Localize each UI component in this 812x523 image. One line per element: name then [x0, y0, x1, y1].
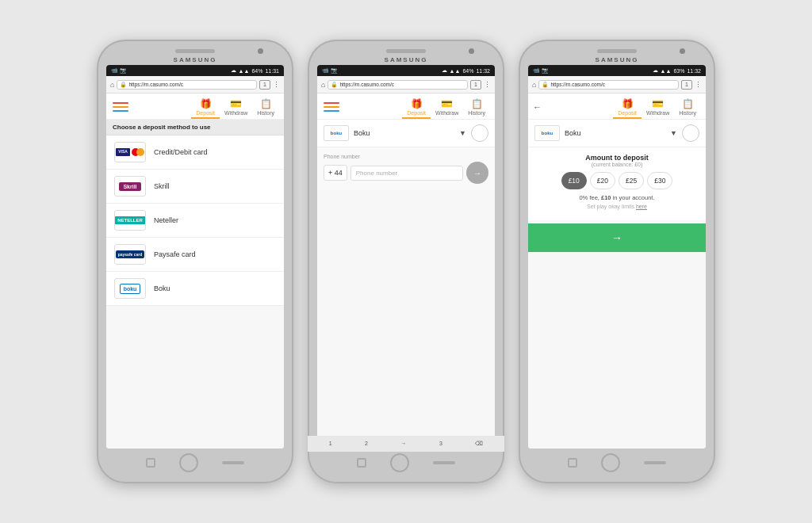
boku-name: Boku	[154, 284, 170, 292]
play-limit-text: Set play okay limits	[587, 204, 636, 209]
amount-btn-20[interactable]: £20	[590, 172, 615, 189]
url-bar-3[interactable]: 🔒 https://m.casumo.com/c	[538, 80, 679, 90]
browser-bar-3: ⌂ 🔒 https://m.casumo.com/c 1 ⋮	[528, 76, 706, 94]
hamburger-icon-1[interactable]	[111, 98, 130, 116]
fee-suffix: in your account.	[611, 194, 655, 201]
nav-deposit-1[interactable]: 🎁 Deposit	[191, 97, 220, 117]
history-icon-1: 📋	[260, 98, 272, 109]
status-left-3: 📹 📷	[533, 67, 549, 74]
history-icon-3: 📋	[682, 98, 694, 109]
screen-3: 📹 📷 ☁ ▲▲ 63% 11:32 ⌂ 🔒 https://m.casumo.…	[528, 65, 706, 449]
withdraw-icon-2: 💳	[441, 98, 453, 109]
home-btn-3[interactable]	[601, 453, 620, 472]
home-icon-3[interactable]: ⌂	[532, 81, 536, 89]
method-skrill[interactable]: Skrill Skrill	[106, 170, 284, 204]
home-icon-2[interactable]: ⌂	[321, 81, 325, 89]
amount-btn-30[interactable]: £30	[647, 172, 672, 189]
kb-arrow[interactable]: →	[400, 441, 406, 447]
nav-withdraw-3[interactable]: 💳 Withdraw	[642, 97, 674, 117]
go-button-2[interactable]: →	[466, 162, 488, 184]
recent-apps-btn-2[interactable]	[357, 458, 366, 468]
dropdown-icon-2[interactable]: ▼	[459, 129, 466, 137]
circle-btn-2[interactable]	[471, 124, 488, 142]
method-boku[interactable]: boku Boku	[106, 272, 284, 306]
nav-items-2: 🎁 Deposit 💳 Withdraw 📋 History	[341, 97, 490, 117]
phone-1: SAMSUNG 📹 📷 ☁ ▲▲ 64% 11:31 ⌂ 🔒 htt	[97, 40, 293, 483]
hamburger-icon-2[interactable]	[322, 98, 341, 116]
nav-deposit-2[interactable]: 🎁 Deposit	[402, 97, 431, 117]
boku-selector-2: boku Boku ▼	[317, 120, 495, 147]
mc-circle2	[136, 148, 144, 156]
phone-top-3	[525, 49, 709, 53]
method-list: VISA Credit/Debit card Skril	[106, 136, 284, 306]
wifi-icon-1: ☁	[231, 67, 236, 74]
status-left-1: 📹 📷	[111, 67, 127, 74]
tab-count-2[interactable]: 1	[470, 80, 481, 90]
nav-history-1[interactable]: 📋 History	[252, 97, 279, 117]
time-3: 11:32	[687, 68, 701, 74]
neteller-logo-wrap: NETELLER	[114, 210, 146, 231]
home-icon-1[interactable]: ⌂	[110, 81, 114, 89]
phone-body-3: SAMSUNG 📹 📷 ☁ ▲▲ 63% 11:32 ⌂ 🔒 htt	[519, 40, 715, 483]
amount-subtitle-3: (current balance: £0)	[534, 162, 699, 167]
paysafe-name: Paysafe card	[154, 250, 196, 258]
circle-btn-3[interactable]	[682, 124, 699, 142]
screen-2: 📹 📷 ☁ ▲▲ 64% 11:32 ⌂ 🔒 https://m.casumo.…	[317, 65, 495, 449]
recent-apps-btn-1[interactable]	[146, 458, 155, 468]
url-bar-1[interactable]: 🔒 https://m.casumo.com/c	[117, 80, 257, 90]
nav-items-3: 🎁 Deposit 💳 Withdraw 📋 History	[545, 97, 701, 117]
phone-bottom-2	[314, 449, 498, 474]
phone-body-1: SAMSUNG 📹 📷 ☁ ▲▲ 64% 11:31 ⌂ 🔒 htt	[97, 40, 293, 483]
back-arrow-3[interactable]: ←	[533, 102, 542, 112]
phone-body-2: SAMSUNG 📹 📷 ☁ ▲▲ 64% 11:32 ⌂ 🔒 htt	[308, 40, 504, 483]
tab-count-3[interactable]: 1	[681, 80, 692, 90]
browser-bar-1: ⌂ 🔒 https://m.casumo.com/c 1 ⋮	[106, 76, 284, 94]
kb-key-2[interactable]: 2	[365, 441, 368, 447]
status-left-2: 📹 📷	[322, 67, 338, 74]
more-icon-2[interactable]: ⋮	[484, 81, 491, 89]
nav-deposit-label-1: Deposit	[196, 110, 215, 116]
nav-withdraw-label-2: Withdraw	[435, 110, 458, 116]
more-icon-1[interactable]: ⋮	[273, 81, 280, 89]
amount-btn-10[interactable]: £10	[561, 172, 587, 189]
continue-button-3[interactable]: →	[528, 223, 706, 252]
phone-input-2[interactable]: Phone number	[350, 166, 463, 181]
recent-apps-btn-3[interactable]	[568, 458, 577, 468]
status-bar-1: 📹 📷 ☁ ▲▲ 64% 11:31	[106, 65, 284, 76]
back-btn-1[interactable]	[222, 461, 244, 464]
home-btn-2[interactable]	[390, 453, 409, 472]
nav-deposit-3[interactable]: 🎁 Deposit	[613, 97, 642, 117]
nav-items-1: 🎁 Deposit 💳 Withdraw 📋 History	[130, 97, 279, 117]
home-btn-1[interactable]	[179, 453, 198, 472]
kb-key-3[interactable]: 3	[439, 441, 442, 447]
nav-withdraw-1[interactable]: 💳 Withdraw	[220, 97, 252, 117]
play-limit-link[interactable]: here	[636, 204, 647, 209]
method-creditcard[interactable]: VISA Credit/Debit card	[106, 136, 284, 170]
method-neteller[interactable]: NETELLER Neteller	[106, 204, 284, 238]
phone-form-2: Phone number + 44 Phone number →	[317, 147, 495, 190]
nav-history-2[interactable]: 📋 History	[463, 97, 490, 117]
nav-history-3[interactable]: 📋 History	[674, 97, 701, 117]
method-paysafe[interactable]: paysafe card Paysafe card	[106, 238, 284, 272]
nav-withdraw-2[interactable]: 💳 Withdraw	[431, 97, 463, 117]
tab-count-1[interactable]: 1	[259, 80, 270, 90]
back-btn-2[interactable]	[433, 461, 455, 464]
url-bar-2[interactable]: 🔒 https://m.casumo.com/c	[327, 80, 468, 90]
amount-buttons-3: £10 £20 £25 £30	[534, 172, 699, 189]
kb-backspace[interactable]: ⌫	[475, 441, 483, 447]
brand-logo-3: SAMSUNG	[596, 56, 639, 63]
battery-2: 64%	[462, 68, 473, 74]
amount-btn-25[interactable]: £25	[619, 172, 644, 189]
kb-key-1[interactable]: 1	[329, 441, 332, 447]
phone-speaker-2	[386, 49, 426, 53]
ham2-line-2	[324, 106, 339, 108]
lock-icon-2: 🔒	[331, 82, 338, 88]
boku-selector-3: boku Boku ▼	[528, 120, 706, 147]
more-icon-3[interactable]: ⋮	[695, 81, 702, 89]
dropdown-icon-3[interactable]: ▼	[670, 129, 677, 137]
battery-1: 64%	[251, 68, 262, 74]
nav-withdraw-label-1: Withdraw	[224, 110, 247, 116]
status-bar-2: 📹 📷 ☁ ▲▲ 64% 11:32	[317, 65, 495, 76]
ham2-line-3	[324, 110, 339, 112]
back-btn-3[interactable]	[644, 461, 666, 464]
